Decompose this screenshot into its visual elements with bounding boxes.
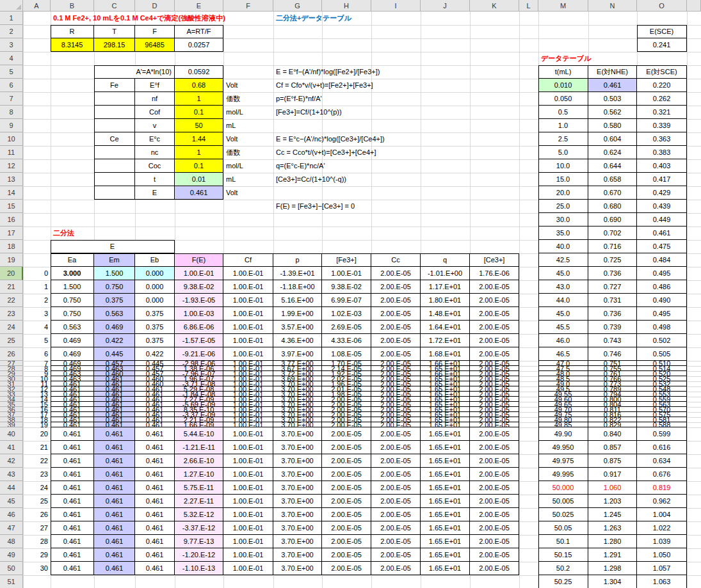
cell-I50[interactable]: 2.00.E-05 (371, 562, 421, 575)
cell-G39[interactable]: 3.70.E+00 (273, 422, 322, 427)
cell-H28[interactable]: 2.14.E-05 (322, 366, 371, 371)
cell-O51[interactable]: 1.063 (637, 575, 687, 588)
cell-C13[interactable] (94, 173, 135, 186)
row-header-47[interactable]: 47 (0, 521, 23, 535)
cell-E11[interactable]: 1 (175, 146, 223, 159)
cell-E31[interactable]: -3.71.E-08 (175, 381, 223, 386)
cell-M8[interactable]: 0.5 (538, 106, 588, 119)
cell-A41[interactable]: 21 (23, 441, 51, 454)
cell-I48[interactable]: 2.00.E-05 (371, 535, 421, 548)
cell-K22[interactable]: 2.00.E-05 (470, 294, 519, 307)
formula-row11[interactable]: Cc = Cco*t/(v+t)=[Ce3+]+[Ce4+] (273, 146, 538, 159)
cell-O8[interactable]: 0.321 (637, 106, 687, 119)
cell-N6[interactable]: 0.461 (588, 79, 637, 92)
cell-E30[interactable]: 1.96.E-07 (175, 376, 223, 381)
row-header-22[interactable]: 22 (0, 294, 23, 307)
cell-B27[interactable]: 0.469 (51, 361, 94, 366)
cell-A48[interactable]: 28 (23, 535, 51, 548)
row-header-8[interactable]: 8 (0, 106, 23, 119)
cell-C40[interactable]: 0.461 (94, 427, 135, 441)
cell-C28[interactable]: 0.463 (94, 366, 135, 371)
row-header-40[interactable]: 40 (0, 427, 23, 441)
cell-E3[interactable]: 0.0257 (175, 38, 223, 52)
cell-E44[interactable]: 5.75.E-11 (175, 481, 223, 495)
row-header-12[interactable]: 12 (0, 159, 23, 173)
cell-N46[interactable]: 1.245 (588, 508, 637, 521)
formula-row13[interactable]: [Ce3+]=Cc/(1+10^(-q)) (273, 173, 538, 186)
cell-J33[interactable]: 1.65.E+01 (421, 392, 470, 397)
cell-B48[interactable]: 0.461 (51, 535, 94, 548)
cell-M20[interactable]: 45.0 (538, 267, 588, 280)
cell-O17[interactable]: 0.461 (637, 226, 687, 240)
cell-C30[interactable]: 0.461 (94, 376, 135, 381)
cell-A28[interactable]: 8 (23, 366, 51, 371)
column-header-N[interactable]: N (588, 0, 637, 12)
formula-row5[interactable]: E = E°f−(A'/nf)*log([Fe2+]/[Fe3+]) (273, 65, 538, 79)
cell-E46[interactable]: 5.32.E-12 (175, 508, 223, 521)
cell-B40[interactable]: 0.461 (51, 427, 94, 441)
cell-N28[interactable]: 0.755 (588, 366, 637, 371)
cell-C23[interactable]: 0.563 (94, 307, 135, 321)
cell-I20[interactable]: 2.00.E-05 (371, 267, 421, 280)
cell-I31[interactable]: 2.00.E-05 (371, 381, 421, 386)
cell-O44[interactable]: 0.819 (637, 481, 687, 495)
cell-B29[interactable]: 0.463 (51, 371, 94, 376)
cell-D28[interactable]: 0.457 (135, 366, 175, 371)
cell-E22[interactable]: -1.93.E-05 (175, 294, 223, 307)
row-header-36[interactable]: 36 (0, 407, 23, 412)
cell-C14[interactable] (94, 186, 135, 200)
cell-D45[interactable]: 0.461 (135, 495, 175, 508)
cell-O22[interactable]: 0.490 (637, 294, 687, 307)
cell-H27[interactable]: 1.70.E-05 (322, 361, 371, 366)
cell-J43[interactable]: 1.65.E+01 (421, 468, 470, 481)
cell-M30[interactable]: 48.5 (538, 376, 588, 381)
cell-B50[interactable]: 0.461 (51, 562, 94, 575)
cell-M50[interactable]: 50.2 (538, 562, 588, 575)
cell-M9[interactable]: 1.0 (538, 119, 588, 132)
row-header-48[interactable]: 48 (0, 535, 23, 548)
cell-D2[interactable]: F (135, 25, 175, 38)
cell-G38[interactable]: 3.70.E+00 (273, 417, 322, 422)
cell-B44[interactable]: 0.461 (51, 481, 94, 495)
column-header-L[interactable]: L (519, 0, 538, 12)
cell-N5[interactable]: E(対NHE) (588, 65, 637, 79)
cell-M45[interactable]: 50.005 (538, 495, 588, 508)
row-header-27[interactable]: 27 (0, 361, 23, 366)
formula-row12[interactable]: q=(E°c-E)*nc/A' (273, 159, 538, 173)
cell-H45[interactable]: 2.00.E-05 (322, 495, 371, 508)
cell-A42[interactable]: 22 (23, 454, 51, 468)
cell-F50[interactable]: 1.00.E-01 (223, 562, 273, 575)
cell-D25[interactable]: 0.375 (135, 334, 175, 347)
cell-D43[interactable]: 0.461 (135, 468, 175, 481)
cell-J19[interactable]: q (421, 253, 470, 267)
column-header-K[interactable]: K (470, 0, 519, 12)
cell-F13[interactable]: mL (223, 173, 273, 186)
cell-K36[interactable]: 2.00.E-05 (470, 407, 519, 412)
cell-H19[interactable]: [Fe3+] (322, 253, 371, 267)
cell-A29[interactable]: 9 (23, 371, 51, 376)
cell-G28[interactable]: 3.67.E+00 (273, 366, 322, 371)
cell-A22[interactable]: 2 (23, 294, 51, 307)
cell-H31[interactable]: 1.96.E-05 (322, 381, 371, 386)
cell-B31[interactable]: 0.461 (51, 381, 94, 386)
cell-F37[interactable]: 1.00.E-01 (223, 412, 273, 417)
cell-I35[interactable]: 2.00.E-05 (371, 402, 421, 407)
row-header-9[interactable]: 9 (0, 119, 23, 132)
cell-E39[interactable]: 1.66.E-09 (175, 422, 223, 427)
cell-M33[interactable]: 49.55 (538, 392, 588, 397)
cell-F27[interactable]: 1.00.E-01 (223, 361, 273, 366)
cell-E47[interactable]: -3.37.E-12 (175, 521, 223, 535)
cell-E43[interactable]: 1.27.E-10 (175, 468, 223, 481)
cell-K44[interactable]: 2.00.E-05 (470, 481, 519, 495)
cell-F24[interactable]: 1.00.E-01 (223, 321, 273, 334)
row-header-2[interactable]: 2 (0, 25, 23, 38)
formula-row10[interactable]: E = E°c−(A'/nc)*log([Ce3+]/[Ce4+]) (273, 132, 538, 146)
cell-K38[interactable]: 2.00.E-05 (470, 417, 519, 422)
row-header-28[interactable]: 28 (0, 366, 23, 371)
cell-E38[interactable]: 2.21.E-09 (175, 417, 223, 422)
cell-C19[interactable]: Em (94, 253, 135, 267)
cell-O45[interactable]: 0.962 (637, 495, 687, 508)
cell-B26[interactable]: 0.469 (51, 347, 94, 361)
cell-K27[interactable]: 2.00.E-05 (470, 361, 519, 366)
cell-A45[interactable]: 25 (23, 495, 51, 508)
